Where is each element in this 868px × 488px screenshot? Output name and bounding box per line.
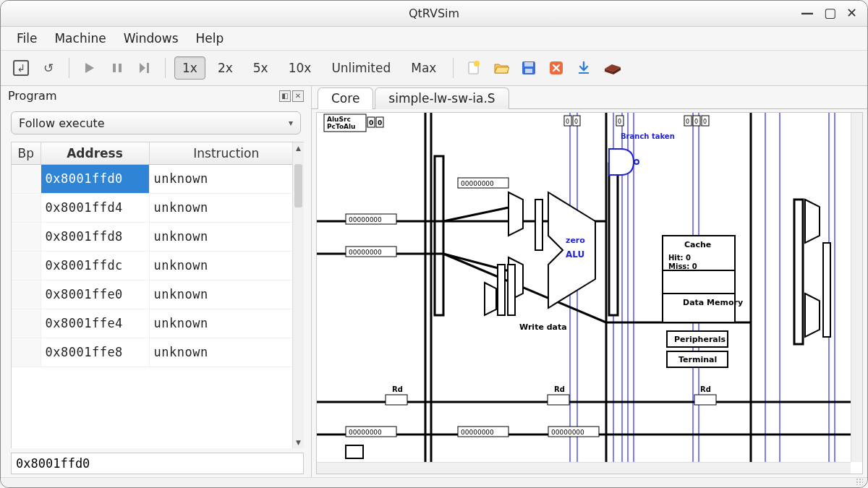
bp-cell[interactable] [12, 280, 41, 309]
speed-5x-button[interactable]: 5x [245, 56, 276, 80]
tab-source[interactable]: simple-lw-sw-ia.S [375, 87, 509, 109]
col-bp[interactable]: Bp [12, 142, 41, 164]
table-row[interactable]: 0x8001ffe4unknown [12, 309, 304, 338]
svg-marker-0 [85, 63, 94, 73]
program-scrollbar[interactable]: ▲ ▼ [292, 142, 304, 448]
bp-cell[interactable] [12, 338, 41, 367]
speed-1x-button[interactable]: 1x [174, 56, 205, 80]
svg-text:PcToAlu: PcToAlu [327, 123, 356, 130]
bp-cell[interactable] [12, 164, 41, 193]
tab-core[interactable]: Core [318, 87, 373, 109]
play-icon [83, 61, 96, 74]
col-instruction[interactable]: Instruction [149, 142, 304, 164]
canvas-vscroll[interactable] [851, 113, 862, 462]
col-address[interactable]: Address [41, 142, 149, 164]
svg-rect-101 [386, 395, 407, 405]
bp-cell[interactable] [12, 222, 41, 251]
svg-text:Branch
taken: Branch taken [621, 132, 675, 140]
open-file-button[interactable] [490, 56, 513, 80]
program-panel-title: Program [8, 89, 57, 103]
new-file-button[interactable] [462, 56, 485, 80]
svg-rect-63 [823, 243, 830, 337]
panel-detach-button[interactable]: ◧ [279, 90, 291, 102]
svg-rect-33 [794, 200, 803, 344]
speed-max-button[interactable]: Max [403, 56, 444, 80]
address-cell[interactable]: 0x8001ffd8 [41, 222, 149, 251]
core-canvas[interactable]: 00000000 00000000 00000000 00000000 0000… [316, 112, 863, 474]
svg-text:00000000: 00000000 [349, 429, 382, 436]
svg-text:0: 0 [574, 119, 578, 125]
bp-cell[interactable] [12, 193, 41, 222]
menu-windows[interactable]: Windows [124, 31, 179, 46]
svg-rect-4 [147, 63, 149, 73]
step-button[interactable] [133, 56, 156, 80]
svg-text:Cache: Cache [684, 240, 711, 249]
table-row[interactable]: 0x8001ffe0unknown [12, 280, 304, 309]
menu-help[interactable]: Help [196, 31, 224, 46]
close-button[interactable]: ✕ [846, 5, 857, 20]
window-title: QtRVSim [409, 7, 459, 20]
instruction-cell[interactable]: unknown [149, 338, 304, 367]
compile-button[interactable] [600, 56, 626, 80]
bp-cell[interactable] [12, 309, 41, 338]
address-cell[interactable]: 0x8001ffe0 [41, 280, 149, 309]
instruction-cell[interactable]: unknown [149, 280, 304, 309]
floppy-icon [521, 60, 537, 76]
maximize-button[interactable]: ▢ [824, 5, 836, 20]
instruction-cell[interactable]: unknown [149, 164, 304, 193]
table-row[interactable]: 0x8001ffd0unknown [12, 164, 304, 193]
minimize-button[interactable]: — [801, 5, 814, 20]
follow-select[interactable]: Follow execute ▾ [11, 111, 301, 134]
new-file-icon [466, 60, 482, 76]
instruction-cell[interactable]: unknown [149, 309, 304, 338]
download-icon [576, 60, 592, 76]
svg-marker-55 [509, 192, 523, 236]
svg-text:Data
Memory: Data Memory [683, 298, 743, 307]
speed-unlimited-button[interactable]: Unlimited [323, 56, 399, 80]
bp-cell[interactable] [12, 251, 41, 280]
reload-button[interactable]: ↺ [37, 56, 60, 80]
svg-text:zero: zero [566, 236, 585, 245]
svg-rect-105 [694, 395, 716, 405]
menubar: File Machine Windows Help [1, 27, 867, 50]
menu-machine[interactable]: Machine [54, 31, 106, 46]
power-button[interactable]: ↲ [9, 56, 33, 80]
table-row[interactable]: 0x8001ffd8unknown [12, 222, 304, 251]
svg-text:0: 0 [618, 119, 621, 125]
pause-button[interactable] [106, 56, 129, 80]
speed-10x-button[interactable]: 10x [281, 56, 320, 80]
chevron-down-icon: ▾ [289, 118, 293, 128]
svg-marker-3 [140, 63, 145, 73]
address-cell[interactable]: 0x8001ffd0 [41, 164, 149, 193]
address-cell[interactable]: 0x8001ffe4 [41, 309, 149, 338]
instruction-cell[interactable]: unknown [149, 222, 304, 251]
save-button[interactable] [517, 56, 540, 80]
tabs: Core simple-lw-sw-ia.S [312, 86, 867, 109]
menu-file[interactable]: File [17, 31, 37, 46]
address-cell[interactable]: 0x8001ffd4 [41, 193, 149, 222]
close-file-icon [548, 60, 564, 76]
svg-text:Terminal: Terminal [678, 355, 717, 364]
instruction-cell[interactable]: unknown [149, 251, 304, 280]
table-row[interactable]: 0x8001ffdcunknown [12, 251, 304, 280]
svg-text:Miss: 0: Miss: 0 [668, 262, 697, 270]
svg-text:0: 0 [686, 119, 689, 125]
panel-close-button[interactable]: ✕ [292, 90, 304, 102]
download-button[interactable] [572, 56, 595, 80]
address-input[interactable] [11, 453, 304, 474]
close-file-button[interactable] [545, 56, 568, 80]
follow-select-label: Follow execute [19, 116, 105, 130]
address-cell[interactable]: 0x8001ffe8 [41, 338, 149, 367]
open-folder-icon [493, 60, 509, 76]
table-row[interactable]: 0x8001ffe8unknown [12, 338, 304, 367]
instruction-cell[interactable]: unknown [149, 193, 304, 222]
address-cell[interactable]: 0x8001ffdc [41, 251, 149, 280]
table-row[interactable]: 0x8001ffd4unknown [12, 193, 304, 222]
run-button[interactable] [78, 56, 101, 80]
svg-text:0: 0 [566, 119, 569, 125]
statusbar [1, 477, 867, 487]
svg-text:Rd: Rd [392, 385, 403, 393]
canvas-hscroll[interactable] [317, 462, 851, 474]
speed-2x-button[interactable]: 2x [210, 56, 241, 80]
program-panel: Program ◧ ✕ Follow execute ▾ Bp A [1, 86, 312, 477]
